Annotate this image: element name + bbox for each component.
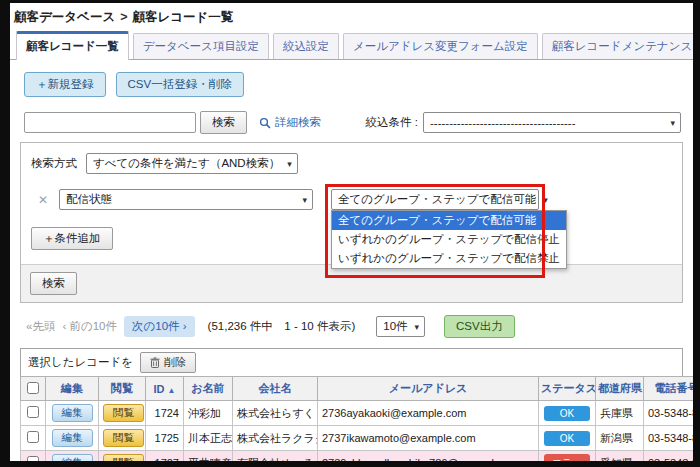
cell-email: 2736ayakaoki@example.com (318, 401, 539, 426)
header-edit: 編集 (46, 377, 99, 401)
cell-id: 1727 (146, 451, 184, 462)
header-phone[interactable]: 電話番号 (644, 377, 694, 401)
status-badge: OK (544, 406, 590, 421)
search-method-row: 検索方式 すべての条件を満たす（AND検索） ▾ (31, 153, 672, 174)
bulk-action-label: 選択したレコードを (28, 355, 133, 370)
cell-email: 2737ikawamoto@example.com (318, 426, 539, 451)
dropdown-option-deliverable[interactable]: 全てのグループ・ステップで配信可能 (332, 211, 566, 230)
pagination-first[interactable]: «先頭 (26, 319, 55, 334)
bulk-action-bar: 選択したレコードを 削除 (20, 348, 683, 376)
chevron-down-icon: ▾ (287, 159, 292, 169)
edit-button[interactable]: 編集 (52, 429, 93, 447)
chevron-down-icon: ▾ (670, 118, 675, 128)
row-checkbox[interactable] (27, 406, 39, 418)
record-table: 編集 閲覧 ID ▲ お名前 会社名 メールアドレス ステータス 都道府県 電話… (20, 376, 693, 461)
keyword-search-button[interactable]: 検索 (200, 111, 247, 134)
cell-pref: 新潟県 (596, 426, 644, 451)
dropdown-option-prohibited[interactable]: いずれかのグループ・ステップで配信禁止 (332, 249, 566, 268)
edit-button[interactable]: 編集 (52, 404, 93, 422)
pagination-prev[interactable]: ‹ 前の10件 (62, 319, 117, 334)
row-checkbox[interactable] (27, 431, 39, 443)
per-page-select[interactable]: 10件 ▾ (376, 316, 425, 337)
view-button[interactable]: 閲覧 (103, 429, 144, 447)
header-company[interactable]: 会社名 (233, 377, 318, 401)
table-row-error: 編集 閲覧 1727 平井晴彦 有限会社めーる 2739xhkzvadharuh… (21, 451, 694, 462)
cell-company: 株式会社らすく (233, 401, 318, 426)
view-button[interactable]: 閲覧 (103, 454, 144, 461)
status-badge-error: エラー (544, 454, 590, 461)
header-pref[interactable]: 都道府県 (596, 377, 644, 401)
keyword-search-input[interactable] (24, 112, 196, 133)
cell-phone: 03-5348-8070 (644, 426, 694, 451)
chevron-down-icon: ▾ (303, 195, 308, 205)
search-condition-panel: 検索方式 すべての条件を満たす（AND検索） ▾ ✕ 配信状態 ▾ 全てのグルー… (20, 142, 683, 303)
status-badge: OK (544, 431, 590, 446)
select-all-header (21, 377, 46, 401)
csv-bulk-button[interactable]: CSV一括登録・削除 (116, 72, 244, 97)
condition-row: ✕ 配信状態 ▾ 全てのグループ・ステップで配信可能 ▾ 全てのグループ・ステッ… (31, 189, 672, 210)
magnifier-icon (259, 117, 271, 129)
cell-phone: 03-5348-8070 (644, 401, 694, 426)
edit-button[interactable]: 編集 (52, 454, 93, 461)
view-button[interactable]: 閲覧 (103, 404, 144, 422)
add-condition-button[interactable]: ＋条件追加 (31, 227, 113, 250)
header-id[interactable]: ID ▲ (146, 377, 184, 401)
condition-value-select-wrap: 全てのグループ・ステップで配信可能 ▾ 全てのグループ・ステップで配信可能 いず… (331, 189, 539, 210)
table-row: 編集 閲覧 1725 川本正志 株式会社ラクラク 2737ikawamoto@e… (21, 426, 694, 451)
tab-filter-settings[interactable]: 絞込設定 (273, 33, 339, 59)
search-method-value: すべての条件を満たす（AND検索） (93, 156, 280, 171)
header-view: 閲覧 (99, 377, 146, 401)
bulk-delete-label: 削除 (164, 355, 186, 370)
pagination-summary: (51,236 件中 1 - 10 件表示) (208, 319, 356, 334)
filter-condition-value: -------------------------------------- (430, 117, 576, 129)
filter-condition-select[interactable]: -------------------------------------- ▾ (423, 112, 681, 133)
cell-company: 有限会社めーる (233, 451, 318, 462)
table-row: 編集 閲覧 1724 沖彩加 株式会社らすく 2736ayakaoki@exam… (21, 401, 694, 426)
advanced-search-link[interactable]: 詳細検索 (259, 115, 321, 130)
search-row: 検索 詳細検索 絞込条件 : -------------------------… (24, 111, 681, 134)
cell-name: 川本正志 (184, 426, 233, 451)
tab-content: ＋新規登録 CSV一括登録・削除 検索 詳細検索 絞込条件 : --------… (10, 60, 693, 461)
header-status[interactable]: ステータス (539, 377, 596, 401)
header-email[interactable]: メールアドレス (318, 377, 539, 401)
remove-condition-icon[interactable]: ✕ (38, 193, 48, 207)
cell-email: 2739xhkzvadharuhiko786@example.com (318, 451, 539, 462)
breadcrumb-parent[interactable]: 顧客データベース (14, 10, 115, 24)
breadcrumb-separator: > (120, 10, 127, 24)
pagination-next[interactable]: 次の10件 › (124, 316, 195, 337)
cell-id: 1724 (146, 401, 184, 426)
cell-name: 沖彩加 (184, 401, 233, 426)
new-record-button[interactable]: ＋新規登録 (24, 72, 106, 97)
filter-condition-label: 絞込条件 : (366, 115, 418, 130)
search-panel-footer: 検索 (21, 264, 682, 302)
condition-field-value: 配信状態 (66, 192, 112, 207)
condition-field-select[interactable]: 配信状態 ▾ (59, 189, 313, 210)
tab-email-change-form-settings[interactable]: メールアドレス変更フォーム設定 (343, 33, 538, 59)
sort-ascending-icon: ▲ (168, 386, 176, 395)
tab-record-maintenance[interactable]: 顧客レコードメンテナンス (542, 33, 693, 59)
bulk-delete-button[interactable]: 削除 (140, 352, 196, 373)
condition-value-dropdown: 全てのグループ・ステップで配信可能 いずれかのグループ・ステップで配信停止 いず… (331, 210, 567, 269)
csv-export-button[interactable]: CSV出力 (444, 315, 515, 338)
dropdown-option-stopped[interactable]: いずれかのグループ・ステップで配信停止 (332, 230, 566, 249)
record-table-area: 選択したレコードを 削除 編集 (20, 348, 683, 461)
row-checkbox[interactable] (27, 456, 39, 461)
app-window: 顧客データベース>顧客レコード一覧 顧客レコード一覧 データベース項目設定 絞込… (10, 3, 693, 461)
tab-customer-record-list[interactable]: 顧客レコード一覧 (16, 31, 129, 60)
cell-company: 株式会社ラクラク (233, 426, 318, 451)
cell-pref: 愛知県 (596, 451, 644, 462)
toolbar: ＋新規登録 CSV一括登録・削除 (24, 72, 685, 97)
tab-database-field-settings[interactable]: データベース項目設定 (133, 33, 269, 59)
panel-search-button[interactable]: 検索 (30, 272, 77, 295)
select-all-checkbox[interactable] (27, 382, 39, 394)
header-name[interactable]: お名前 (184, 377, 233, 401)
trash-icon (150, 357, 160, 368)
cell-name: 平井晴彦 (184, 451, 233, 462)
search-method-select[interactable]: すべての条件を満たす（AND検索） ▾ (86, 153, 298, 174)
pagination-bar: «先頭 ‹ 前の10件 次の10件 › (51,236 件中 1 - 10 件表… (26, 315, 683, 338)
search-condition-panel-body: 検索方式 すべての条件を満たす（AND検索） ▾ ✕ 配信状態 ▾ 全てのグルー… (21, 143, 682, 264)
advanced-search-label: 詳細検索 (275, 115, 321, 130)
table-header-row: 編集 閲覧 ID ▲ お名前 会社名 メールアドレス ステータス 都道府県 電話… (21, 377, 694, 401)
condition-value-select[interactable]: 全てのグループ・ステップで配信可能 ▾ (331, 189, 539, 210)
cell-pref: 兵庫県 (596, 401, 644, 426)
